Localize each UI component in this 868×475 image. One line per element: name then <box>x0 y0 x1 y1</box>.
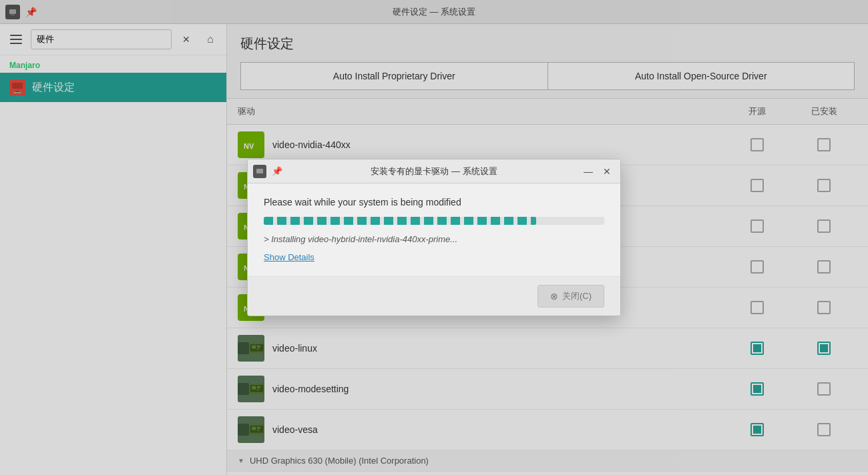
progress-bar-fill <box>264 217 536 225</box>
modal-title: 安装专有的显卡驱动 — 系统设置 <box>371 165 497 177</box>
install-modal: 📌 安装专有的显卡驱动 — 系统设置 — ✕ Please wait while… <box>247 159 621 316</box>
modal-titlebar-right: — ✕ <box>580 163 615 179</box>
modal-install-text: > Installing video-hybrid-intel-nvidia-4… <box>264 234 604 244</box>
modal-minimize-button[interactable]: — <box>580 163 596 179</box>
show-details-link[interactable]: Show Details <box>264 252 314 262</box>
progress-bar-container <box>264 217 604 225</box>
modal-footer: ⊗ 关闭(C) <box>248 276 620 316</box>
modal-status-text: Please wait while your system is being m… <box>264 197 604 207</box>
modal-titlebar-left: 📌 <box>253 165 282 178</box>
modal-close-button[interactable]: ✕ <box>599 163 615 179</box>
modal-titlebar: 📌 安装专有的显卡驱动 — 系统设置 — ✕ <box>248 159 620 183</box>
modal-body: Please wait while your system is being m… <box>248 183 620 276</box>
close-btn-label: 关闭(C) <box>562 290 592 302</box>
close-circle-icon: ⊗ <box>550 291 558 302</box>
modal-overlay: 📌 安装专有的显卡驱动 — 系统设置 — ✕ Please wait while… <box>0 0 868 475</box>
modal-pin-icon: 📌 <box>272 166 282 176</box>
svg-rect-33 <box>256 169 263 173</box>
modal-close-btn: ⊗ 关闭(C) <box>537 285 604 308</box>
modal-app-icon <box>253 165 266 178</box>
